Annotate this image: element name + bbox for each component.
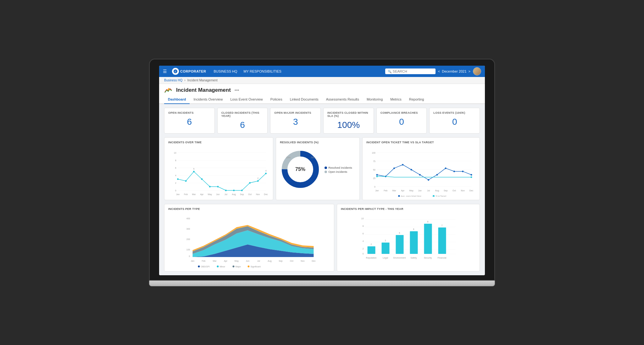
svg-text:Dec: Dec	[312, 260, 316, 262]
svg-point-66	[453, 171, 455, 172]
chart-sla-title: INCIDENT OPEN TICKET TIME VS SLA TARGET	[366, 141, 476, 144]
svg-text:Jul: Jul	[427, 189, 430, 192]
svg-point-61	[411, 169, 412, 171]
tab-incidents-overview[interactable]: Incidents Overview	[190, 95, 226, 104]
breadcrumb-root[interactable]: Business HQ	[164, 79, 182, 82]
svg-point-64	[436, 174, 438, 176]
tab-loss-event[interactable]: Loss Event Overview	[226, 95, 266, 104]
svg-point-17	[193, 171, 195, 172]
svg-text:6: 6	[363, 233, 364, 235]
tab-policies[interactable]: Policies	[267, 95, 286, 104]
sla-target-svg: 0 25 50 75 100	[366, 146, 476, 197]
svg-text:75%: 75%	[311, 156, 315, 159]
incidents-per-type-svg: 400 300 200 100 0	[168, 213, 330, 268]
main-content: OPEN INCIDENTS 6 CLOSED INCIDENTS (THIS …	[159, 104, 485, 275]
svg-text:2: 2	[363, 248, 364, 250]
svg-point-114	[247, 266, 249, 267]
svg-point-21	[225, 190, 227, 191]
laptop-screen-outer: ☰ C CORPORATER BUSINESS HQ MY RESPONSIBI…	[149, 59, 495, 281]
search-input[interactable]	[393, 69, 434, 73]
legend-open: Open incidents	[325, 170, 352, 173]
svg-text:Significant: Significant	[250, 266, 260, 268]
svg-text:May: May	[208, 193, 212, 196]
chart-sla-target: INCIDENT OPEN TICKET TIME VS SLA TARGET …	[362, 137, 480, 200]
svg-text:Jul: Jul	[225, 193, 227, 195]
svg-text:Aug: Aug	[268, 260, 272, 262]
svg-point-18	[201, 178, 203, 180]
svg-text:25%: 25%	[286, 156, 291, 159]
kpi-compliance: COMPLIANCE BREACHES 0	[376, 108, 427, 134]
svg-text:Dec: Dec	[264, 193, 268, 195]
svg-text:100: 100	[186, 249, 190, 251]
kpi-closed-incidents-value: 6	[221, 120, 264, 130]
svg-point-68	[471, 174, 472, 176]
kpi-open-major-value: 3	[274, 117, 317, 127]
charts-row-1: INCIDENTS OVER TIME 0 2 4	[164, 137, 480, 200]
svg-text:8: 8	[427, 221, 429, 223]
svg-text:Jan: Jan	[191, 260, 194, 262]
svg-point-67	[462, 171, 464, 172]
tab-metrics[interactable]: Metrics	[386, 95, 405, 104]
svg-text:8: 8	[175, 159, 176, 162]
svg-text:4: 4	[265, 170, 267, 172]
breadcrumb: Business HQ › Incident Management	[159, 77, 485, 84]
chart-incidents-over-time-title: INCIDENTS OVER TIME	[168, 141, 269, 144]
svg-text:Aug: Aug	[435, 189, 439, 192]
kpi-row: OPEN INCIDENTS 6 CLOSED INCIDENTS (THIS …	[164, 108, 480, 134]
tab-assessments[interactable]: Assessments Results	[322, 95, 363, 104]
svg-rect-130	[381, 243, 389, 254]
svg-text:Feb: Feb	[384, 189, 387, 192]
kpi-loss-events-label: LOSS EVENTS (100/K)	[433, 111, 476, 114]
page-header: Incident Management •••	[159, 84, 485, 93]
tab-monitoring[interactable]: Monitoring	[363, 95, 386, 104]
svg-text:0: 0	[374, 186, 375, 188]
breadcrumb-current: Incident Management	[187, 79, 218, 82]
svg-text:Jun: Jun	[246, 260, 249, 262]
tab-dashboard[interactable]: Dashboard	[164, 95, 190, 104]
svg-point-60	[402, 164, 403, 166]
chart-incidents-per-impact: INCIDENTS PER IMPACT TYPE - THIS YEAR 10…	[337, 204, 480, 271]
svg-point-20	[217, 186, 219, 188]
kpi-open-major: OPEN MAJOR INCIDENTS 3	[270, 108, 321, 134]
chart-incidents-per-type: INCIDENTS PER TYPE 400 300 200 100 0	[164, 204, 334, 271]
svg-text:100: 100	[372, 152, 375, 154]
svg-text:Mar: Mar	[213, 260, 217, 262]
kpi-compliance-value: 0	[380, 117, 423, 127]
page-icon	[164, 87, 174, 93]
svg-text:7: 7	[441, 224, 443, 227]
page-more-icon[interactable]: •••	[235, 88, 239, 93]
nav-links: BUSINESS HQ MY RESPONSIBILITIES	[214, 69, 281, 73]
svg-text:5: 5	[193, 168, 195, 170]
date-next-arrow[interactable]: >	[469, 69, 470, 73]
svg-text:0: 0	[189, 255, 190, 257]
nav-my-responsibilities[interactable]: MY RESPONSIBILITIES	[244, 69, 281, 73]
svg-text:Apr: Apr	[401, 189, 405, 192]
svg-text:Jun: Jun	[418, 189, 422, 192]
kpi-closed-incidents: CLOSED INCIDENTS (THIS YEAR) 6	[217, 108, 268, 134]
kpi-open-incidents-value: 6	[168, 117, 211, 127]
tab-reporting[interactable]: Reporting	[405, 95, 428, 104]
date-prev-arrow[interactable]: <	[438, 69, 440, 73]
svg-point-24	[249, 182, 251, 184]
svg-text:2: 2	[257, 177, 258, 179]
svg-rect-138	[438, 227, 446, 254]
svg-text:C: C	[175, 70, 176, 73]
search-box: 🔍	[385, 68, 436, 74]
svg-point-83	[398, 195, 400, 197]
tab-linked-docs[interactable]: Linked Documents	[286, 95, 322, 104]
svg-point-112	[232, 266, 234, 267]
svg-text:75%: 75%	[295, 167, 305, 172]
svg-text:Aug: Aug	[232, 193, 236, 196]
svg-point-62	[419, 174, 421, 176]
nav-business-hq[interactable]: BUSINESS HQ	[214, 69, 237, 73]
kpi-compliance-label: COMPLIANCE BREACHES	[380, 111, 423, 114]
svg-point-63	[428, 179, 429, 181]
svg-text:5: 5	[399, 232, 400, 234]
svg-text:Apr: Apr	[224, 260, 228, 262]
svg-rect-132	[396, 235, 403, 254]
kpi-loss-events-value: 0	[433, 117, 476, 127]
svg-text:Safety: Safety	[411, 257, 417, 259]
avatar[interactable]	[473, 67, 481, 75]
kpi-closed-sla-value: 100%	[327, 120, 370, 130]
hamburger-icon[interactable]: ☰	[163, 69, 167, 74]
